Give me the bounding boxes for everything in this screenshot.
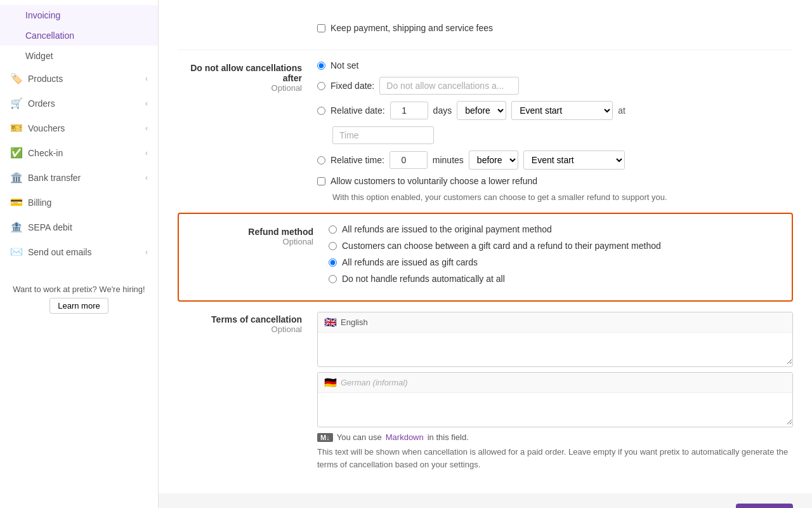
german-flag: 🇩🇪 bbox=[324, 377, 337, 389]
refund-no-handle-label: Do not handle refunds automatically at a… bbox=[342, 274, 505, 284]
relative-date-label: Relative date: bbox=[331, 105, 385, 116]
english-textarea[interactable] bbox=[318, 333, 792, 364]
markdown-suffix: in this field. bbox=[428, 432, 469, 442]
sidebar-item-send-emails[interactable]: ✉️ Send out emails ‹ bbox=[0, 239, 158, 264]
cart-icon: 🛒 bbox=[10, 97, 23, 109]
refund-method-section: Refund method Optional All refunds are i… bbox=[178, 213, 793, 302]
keep-fees-checkbox[interactable] bbox=[317, 24, 325, 32]
sidebar-item-vouchers[interactable]: 🎫 Vouchers ‹ bbox=[0, 116, 158, 140]
bank-icon: 🏛️ bbox=[10, 171, 23, 184]
sidebar-item-bank-transfer[interactable]: 🏛️ Bank transfer ‹ bbox=[0, 165, 158, 190]
german-lang-header: 🇩🇪 German (informal) bbox=[318, 373, 792, 393]
chevron-icon-orders: ‹ bbox=[145, 99, 148, 108]
fixed-date-radio[interactable] bbox=[317, 82, 325, 90]
email-icon: ✉️ bbox=[10, 246, 23, 258]
relative-date-radio[interactable] bbox=[317, 107, 325, 115]
billing-icon: 💳 bbox=[10, 196, 23, 208]
english-lang-label: English bbox=[341, 318, 368, 327]
chevron-icon-email: ‹ bbox=[145, 248, 148, 257]
no-cancel-label-main: Do not allow cancellations after bbox=[178, 63, 302, 83]
content-area: Keep payment, shipping and service fees … bbox=[159, 0, 812, 493]
not-set-label: Not set bbox=[331, 60, 358, 70]
sidebar-item-widget[interactable]: Widget bbox=[0, 46, 158, 66]
main-content: Keep payment, shipping and service fees … bbox=[159, 0, 812, 508]
relative-date-radio-row: Relative date: days before after Event s… bbox=[317, 101, 793, 120]
chevron-icon: ‹ bbox=[145, 74, 148, 83]
sidebar-item-checkin[interactable]: ✅ Check-in ‹ bbox=[0, 140, 158, 165]
days-label: days bbox=[433, 105, 452, 116]
refund-no-handle-radio[interactable] bbox=[329, 275, 337, 283]
sidebar-item-sepa[interactable]: 🏦 SEPA debit bbox=[0, 215, 158, 239]
refund-choose-radio-row: Customers can choose between a gift card… bbox=[329, 241, 782, 251]
relative-date-before-select[interactable]: before after bbox=[457, 101, 506, 120]
refund-choose-radio[interactable] bbox=[329, 242, 337, 250]
chevron-icon-checkin: ‹ bbox=[145, 149, 148, 157]
no-cancel-optional: Optional bbox=[178, 83, 302, 93]
sidebar-item-cancellation[interactable]: Cancellation bbox=[0, 25, 158, 46]
hiring-box: Want to work at pretix? We're hiring! Le… bbox=[0, 277, 158, 321]
fixed-date-label: Fixed date: bbox=[331, 81, 374, 91]
allow-lower-refund-checkbox-row: Allow customers to voluntarily choose a … bbox=[317, 176, 793, 186]
relative-time-before-select[interactable]: before after bbox=[469, 150, 518, 170]
sidebar-item-invoicing[interactable]: Invoicing bbox=[0, 5, 158, 25]
save-button[interactable]: Save bbox=[736, 504, 793, 508]
sidebar-item-billing[interactable]: 💳 Billing bbox=[0, 190, 158, 215]
learn-more-button[interactable]: Learn more bbox=[49, 298, 108, 314]
keep-fees-row: Keep payment, shipping and service fees bbox=[178, 13, 793, 50]
markdown-badge: M↓ bbox=[317, 433, 333, 442]
refund-no-handle-radio-row: Do not handle refunds automatically at a… bbox=[329, 274, 782, 284]
refund-choose-label: Customers can choose between a gift card… bbox=[342, 241, 661, 251]
chevron-icon-bank: ‹ bbox=[145, 173, 148, 182]
save-bar: Save bbox=[159, 493, 812, 508]
english-flag: 🇬🇧 bbox=[324, 316, 337, 328]
relative-date-number-input[interactable] bbox=[390, 102, 428, 119]
not-set-radio-row: Not set bbox=[317, 60, 793, 70]
refund-gift-card-label: All refunds are issued as gift cards bbox=[342, 257, 478, 267]
relative-date-event-select[interactable]: Event start Event end bbox=[511, 101, 613, 120]
terms-optional: Optional bbox=[178, 324, 302, 334]
hiring-text: Want to work at pretix? We're hiring! bbox=[13, 284, 145, 294]
german-lang-label: German (informal) bbox=[341, 378, 407, 387]
terms-cancellation-row: Terms of cancellation Optional 🇬🇧 Englis… bbox=[178, 302, 793, 481]
english-lang-header: 🇬🇧 English bbox=[318, 312, 792, 333]
no-cancel-after-row: Do not allow cancellations after Optiona… bbox=[178, 50, 793, 213]
at-label: at bbox=[618, 105, 625, 116]
allow-lower-refund-label: Allow customers to voluntarily choose a … bbox=[331, 176, 537, 186]
not-set-radio[interactable] bbox=[317, 62, 325, 70]
german-textarea-wrap: 🇩🇪 German (informal) bbox=[317, 372, 793, 427]
keep-fees-checkbox-row: Keep payment, shipping and service fees bbox=[317, 23, 793, 33]
refund-method-optional: Optional bbox=[189, 237, 313, 246]
relative-time-event-select[interactable]: Event start Event end bbox=[523, 150, 625, 170]
relative-time-label: Relative time: bbox=[331, 155, 384, 165]
refund-gift-card-radio[interactable] bbox=[329, 258, 337, 267]
sidebar-item-orders[interactable]: 🛒 Orders ‹ bbox=[0, 91, 158, 116]
markdown-text: You can use bbox=[337, 432, 382, 442]
markdown-hint: M↓ You can use Markdown in this field. bbox=[317, 432, 793, 442]
fixed-date-radio-row: Fixed date: bbox=[317, 77, 793, 95]
time-input[interactable] bbox=[332, 126, 434, 144]
chevron-icon-vouchers: ‹ bbox=[145, 124, 148, 133]
german-textarea[interactable] bbox=[318, 393, 792, 425]
terms-help-text: This text will be shown when cancellatio… bbox=[317, 446, 793, 471]
english-textarea-wrap: 🇬🇧 English bbox=[317, 312, 793, 367]
allow-lower-refund-help: With this option enabled, your customers… bbox=[332, 192, 793, 202]
allow-lower-refund-checkbox[interactable] bbox=[317, 177, 325, 185]
relative-time-number-input[interactable] bbox=[390, 151, 428, 169]
keep-fees-label: Keep payment, shipping and service fees bbox=[331, 23, 493, 33]
sidebar: Invoicing Cancellation Widget 🏷️ Product… bbox=[0, 0, 159, 508]
sepa-icon: 🏦 bbox=[10, 221, 23, 233]
refund-method-label: Refund method bbox=[189, 227, 313, 237]
refund-original-radio[interactable] bbox=[329, 225, 337, 234]
sidebar-item-products[interactable]: 🏷️ Products ‹ bbox=[0, 66, 158, 91]
markdown-link[interactable]: Markdown bbox=[386, 432, 424, 442]
refund-original-label: All refunds are issued to the original p… bbox=[342, 224, 552, 234]
refund-method-options: All refunds are issued to the original p… bbox=[329, 224, 782, 290]
minutes-label: minutes bbox=[433, 155, 464, 165]
refund-gift-card-radio-row: All refunds are issued as gift cards bbox=[329, 257, 782, 267]
refund-original-radio-row: All refunds are issued to the original p… bbox=[329, 224, 782, 234]
checkin-icon: ✅ bbox=[10, 147, 23, 159]
terms-label: Terms of cancellation bbox=[178, 314, 302, 324]
time-row bbox=[332, 126, 793, 144]
relative-time-radio[interactable] bbox=[317, 156, 325, 164]
fixed-date-input[interactable] bbox=[379, 77, 519, 95]
